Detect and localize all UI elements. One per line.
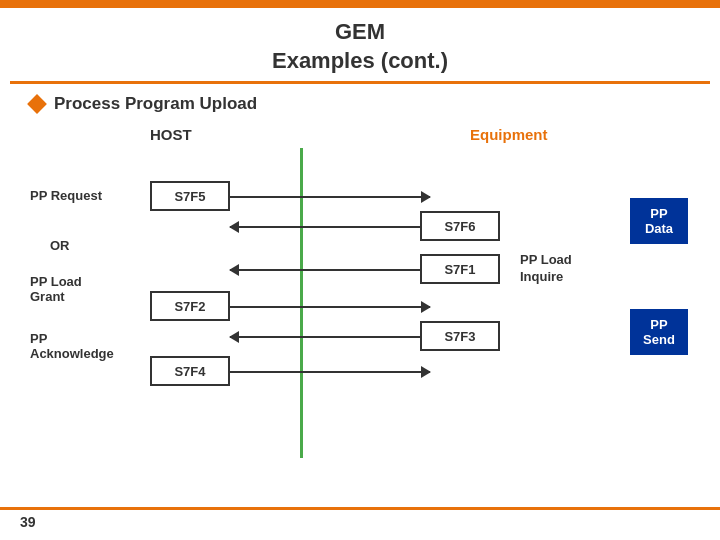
diamond-bullet-icon [27, 94, 47, 114]
text-pp-load-inquire: PP LoadInquire [520, 252, 572, 286]
msg-s7f4: S7F4 [150, 356, 230, 386]
row-label-pp-request: PP Request [30, 188, 102, 203]
arrow-s7f4-right [230, 371, 430, 373]
row-label-pp-acknowledge: PPAcknowledge [30, 331, 114, 361]
arrow-s7f2-right [230, 306, 430, 308]
main-content: Process Program Upload HOST Equipment PP… [0, 84, 720, 506]
center-divider [300, 148, 303, 458]
diagram: HOST Equipment PP Request OR PP LoadGran… [30, 126, 690, 506]
msg-s7f6: S7F6 [420, 211, 500, 241]
bottom-divider [0, 507, 720, 510]
msg-s7f3: S7F3 [420, 321, 500, 351]
arrow-s7f5-right [230, 196, 430, 198]
page-title: GEM Examples (cont.) [0, 18, 720, 75]
section-title: Process Program Upload [54, 94, 257, 114]
msg-pp-send: PPSend [630, 309, 688, 355]
slide-number: 39 [20, 514, 36, 530]
row-label-or: OR [50, 238, 70, 253]
msg-s7f2: S7F2 [150, 291, 230, 321]
col-host-header: HOST [150, 126, 192, 143]
arrow-s7f3-left [230, 336, 420, 338]
top-bar [0, 0, 720, 8]
section-heading: Process Program Upload [30, 94, 690, 114]
msg-s7f1: S7F1 [420, 254, 500, 284]
title-area: GEM Examples (cont.) [0, 8, 720, 81]
msg-s7f5: S7F5 [150, 181, 230, 211]
row-label-pp-load-grant: PP LoadGrant [30, 274, 82, 304]
col-equipment-header: Equipment [470, 126, 548, 143]
arrow-s7f6-left [230, 226, 420, 228]
arrow-s7f1-left [230, 269, 420, 271]
msg-pp-data: PPData [630, 198, 688, 244]
